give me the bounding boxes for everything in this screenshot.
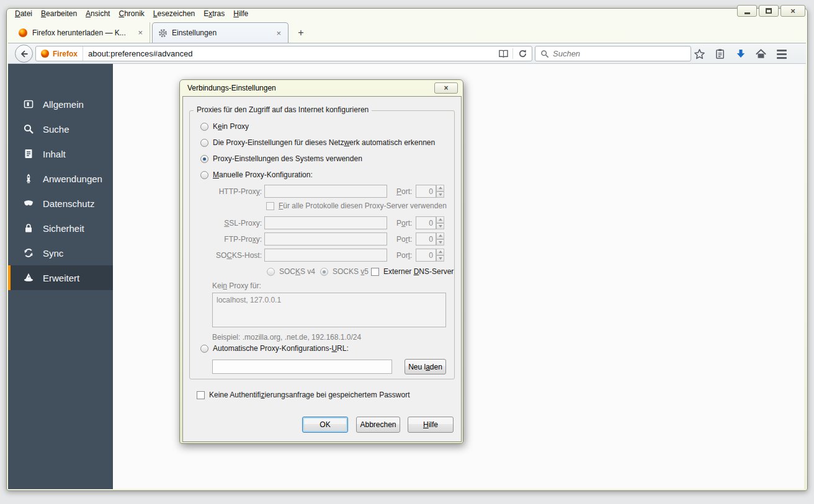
urlbar-end-icons xyxy=(494,46,532,61)
sidebar-item-sync[interactable]: Sync xyxy=(8,241,113,265)
help-button[interactable]: Hilfe xyxy=(408,417,454,433)
radio-icon xyxy=(200,123,208,131)
sidebar-item-anwendungen[interactable]: Anwendungen xyxy=(8,166,113,191)
radio-auto-detect[interactable]: Die Proxy-Einstellungen für dieses Netzw… xyxy=(200,138,435,147)
sync-icon xyxy=(23,247,34,259)
radio-icon xyxy=(200,345,208,353)
navigation-toolbar: Firefox about:preferences#advanced xyxy=(8,43,806,64)
dialog-close-button[interactable]: × xyxy=(434,82,458,94)
connection-settings-dialog: Verbindungs-Einstellungen × Proxies für … xyxy=(179,79,463,444)
minimize-button[interactable] xyxy=(737,5,757,17)
sidebar-label: Erweitert xyxy=(43,273,79,283)
share-proxy-checkbox[interactable]: Für alle Protokolle diesen Proxy-Server … xyxy=(266,201,447,210)
menu-extras[interactable]: Extras xyxy=(204,9,225,18)
search-bar[interactable] xyxy=(535,46,691,61)
ssl-port-spinner[interactable] xyxy=(436,216,444,229)
back-arrow-icon xyxy=(19,49,29,59)
reload-icon xyxy=(518,49,527,58)
socks-v5-radio[interactable]: SOCKS v5 xyxy=(320,267,369,276)
http-proxy-label: HTTP-Proxy: xyxy=(200,187,262,196)
mask-icon xyxy=(23,198,34,209)
maximize-icon xyxy=(766,8,772,14)
bookmark-star-button[interactable] xyxy=(689,45,710,63)
menu-bearbeiten[interactable]: Bearbeiten xyxy=(41,9,77,18)
http-proxy-input[interactable] xyxy=(264,185,387,198)
radio-label: Manuelle Proxy-Konfiguration: xyxy=(213,170,313,179)
menu-hilfe[interactable]: Hilfe xyxy=(233,9,248,18)
tab-einstellungen[interactable]: Einstellungen × xyxy=(152,22,288,43)
no-proxy-textarea[interactable]: localhost, 127.0.0.1 xyxy=(212,293,446,327)
socks-host-input[interactable] xyxy=(264,249,387,262)
ftp-proxy-label: FTP-Proxy: xyxy=(200,235,262,244)
search-icon xyxy=(540,50,549,58)
sidebar-label: Suche xyxy=(43,124,69,135)
tab-close-icon[interactable]: × xyxy=(275,29,282,37)
no-auth-prompt-checkbox[interactable]: Keine Authentifizierungsanfrage bei gesp… xyxy=(197,391,410,399)
gear-icon xyxy=(158,29,168,38)
download-arrow-icon xyxy=(735,48,746,60)
http-port-input[interactable]: 0 xyxy=(416,185,436,198)
search-icon xyxy=(23,123,34,135)
reload-button[interactable] xyxy=(513,46,532,61)
reload-pac-button[interactable]: Neu laden xyxy=(405,359,446,374)
new-tab-button[interactable]: + xyxy=(293,27,308,40)
downloads-button[interactable] xyxy=(730,45,751,63)
back-button[interactable] xyxy=(15,45,33,63)
radio-kein-proxy[interactable]: Kein Proxy xyxy=(200,122,249,131)
ftp-proxy-input[interactable] xyxy=(264,232,387,245)
socks-port-label: Port: xyxy=(396,251,412,260)
socks-port-spinner[interactable] xyxy=(436,249,444,262)
tab-close-icon[interactable]: × xyxy=(136,29,144,37)
sidebar-item-erweitert[interactable]: Erweitert xyxy=(8,265,113,290)
ftp-port-label: Port: xyxy=(396,235,412,244)
menu-lesezeichen[interactable]: Lesezeichen xyxy=(153,9,195,18)
ssl-proxy-input[interactable] xyxy=(264,216,387,229)
dialog-body: Proxies für den Zugriff auf das Internet… xyxy=(182,96,462,442)
document-icon xyxy=(23,148,34,159)
menu-panel-button[interactable] xyxy=(771,45,792,63)
radio-label: Kein Proxy xyxy=(213,122,249,131)
cancel-button[interactable]: Abbrechen xyxy=(356,417,400,433)
port-value: 0 xyxy=(416,233,436,244)
http-port-spinner[interactable] xyxy=(436,185,444,198)
sidebar-item-inhalt[interactable]: Inhalt xyxy=(8,141,113,166)
auto-proxy-url-input[interactable] xyxy=(212,360,392,374)
search-input[interactable] xyxy=(553,49,677,58)
bookmarks-menu-button[interactable] xyxy=(710,45,730,63)
menu-chronik[interactable]: Chronik xyxy=(119,9,144,18)
firefox-window: × Datei Bearbeiten Ansicht Chronik Lesez… xyxy=(0,0,814,504)
tab-firefox-herunterladen[interactable]: Firefox herunterladen — K... × xyxy=(12,22,150,43)
radio-icon xyxy=(267,268,275,276)
home-button[interactable] xyxy=(751,45,771,63)
close-window-button[interactable]: × xyxy=(780,5,805,17)
maximize-button[interactable] xyxy=(759,5,779,17)
url-bar[interactable]: Firefox about:preferences#advanced xyxy=(35,46,532,61)
socks-host-label: SOCKS-Host: xyxy=(200,251,262,260)
ftp-port-spinner[interactable] xyxy=(436,232,444,245)
reader-mode-button[interactable] xyxy=(494,46,512,61)
sidebar-item-sicherheit[interactable]: Sicherheit xyxy=(8,216,113,241)
clipboard-icon xyxy=(715,48,725,60)
remote-dns-checkbox[interactable]: Externer DNS-Server xyxy=(371,267,454,276)
identity-box[interactable]: Firefox xyxy=(36,46,83,61)
sidebar-item-datenschutz[interactable]: Datenschutz xyxy=(8,191,113,216)
ssl-port-input[interactable]: 0 xyxy=(416,216,436,229)
ftp-port-input[interactable]: 0 xyxy=(416,232,436,245)
sidebar-item-suche[interactable]: Suche xyxy=(8,117,113,141)
sidebar-item-allgemein[interactable]: Allgemein xyxy=(8,92,113,117)
radio-icon-selected xyxy=(200,155,208,163)
socks-v4-radio[interactable]: SOCKS v4 xyxy=(267,267,315,276)
radio-system-proxy[interactable]: Proxy-Einstellungen des Systems verwende… xyxy=(200,154,362,163)
tab-title: Firefox herunterladen — K... xyxy=(32,29,132,37)
reader-book-icon xyxy=(498,49,509,58)
wizard-hat-icon xyxy=(23,272,34,283)
menu-datei[interactable]: Datei xyxy=(15,9,32,18)
socks-port-input[interactable]: 0 xyxy=(416,249,436,262)
auto-proxy-url-radio[interactable]: Automatische Proxy-Konfigurations-URL: xyxy=(200,344,349,353)
url-text[interactable]: about:preferences#advanced xyxy=(83,49,494,58)
window-controls: × xyxy=(737,5,805,17)
radio-manual-proxy[interactable]: Manuelle Proxy-Konfiguration: xyxy=(200,170,313,179)
menu-ansicht[interactable]: Ansicht xyxy=(86,9,110,18)
ok-button[interactable]: OK xyxy=(302,417,348,433)
radio-label: Automatische Proxy-Konfigurations-URL: xyxy=(213,344,349,353)
